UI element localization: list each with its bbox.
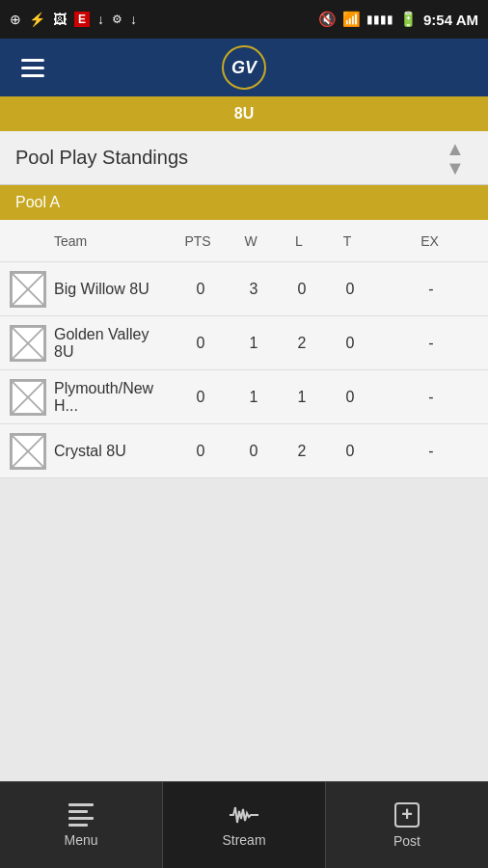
hamburger-menu-button[interactable]	[15, 53, 50, 83]
nav-post-label: Post	[393, 833, 420, 849]
team-w: 1	[230, 389, 278, 406]
team-t: 0	[326, 281, 374, 298]
team-t: 0	[326, 389, 374, 406]
standings-table: Team PTS W L T EX Big Willow 8U 0 3 0 0 …	[0, 220, 488, 478]
age-banner: 8U	[0, 96, 488, 131]
team-rows-container: Big Willow 8U 0 3 0 0 - Golden Valley 8U…	[0, 262, 488, 478]
team-logo-icon	[10, 325, 46, 362]
usb-icon: ⚡	[29, 12, 45, 27]
hamburger-line-1	[21, 59, 44, 62]
nav-post[interactable]: + Post	[326, 782, 488, 868]
team-name: Big Willow 8U	[46, 281, 172, 298]
team-w: 0	[230, 443, 278, 460]
table-row[interactable]: Crystal 8U 0 0 2 0 -	[0, 424, 488, 478]
table-row[interactable]: Plymouth/New H... 0 1 1 0 -	[0, 370, 488, 424]
app-header: GV	[0, 39, 488, 96]
page-title: Pool Play Standings	[15, 147, 188, 169]
status-icons-left: ⊕ ⚡ 🖼 E ↓ ⚙ ↓	[10, 12, 137, 27]
bottom-nav: Menu Stream + Post	[0, 781, 488, 868]
chevron-up-icon: ▲	[446, 139, 465, 158]
team-name: Golden Valley 8U	[46, 326, 172, 361]
team-l: 2	[278, 335, 326, 352]
col-ex-header: EX	[371, 233, 488, 249]
team-pts: 0	[172, 389, 230, 406]
image-icon: 🖼	[53, 12, 67, 27]
col-l-header: L	[275, 233, 323, 249]
battery-icon: 🔋	[399, 11, 418, 28]
team-l: 1	[278, 389, 326, 406]
team-logo-icon	[10, 271, 46, 308]
team-w: 3	[230, 281, 278, 298]
nav-menu[interactable]: Menu	[0, 782, 163, 868]
table-row[interactable]: Golden Valley 8U 0 1 2 0 -	[0, 316, 488, 370]
team-name: Plymouth/New H...	[46, 380, 172, 415]
team-t: 0	[326, 443, 374, 460]
col-w-header: W	[227, 233, 275, 249]
menu-icon	[68, 803, 94, 827]
chevron-down-icon: ▼	[446, 158, 465, 177]
col-team-header: Team	[0, 233, 169, 249]
team-ex: -	[374, 443, 488, 460]
hamburger-line-2	[21, 67, 44, 69]
add-icon: ⊕	[10, 12, 21, 27]
team-logo-icon	[10, 379, 46, 416]
table-header-row: Team PTS W L T EX	[0, 220, 488, 262]
team-ex: -	[374, 335, 488, 352]
nav-stream-label: Stream	[222, 832, 265, 848]
team-name: Crystal 8U	[46, 443, 172, 460]
status-bar: ⊕ ⚡ 🖼 E ↓ ⚙ ↓ 🔇 📶 ▮▮▮▮ 🔋 9:54 AM	[0, 0, 488, 39]
team-pts: 0	[172, 281, 230, 298]
team-t: 0	[326, 335, 374, 352]
record-icon: E	[74, 12, 90, 27]
nav-menu-label: Menu	[64, 832, 97, 848]
team-l: 0	[278, 281, 326, 298]
team-pts: 0	[172, 443, 230, 460]
content-area	[0, 478, 488, 729]
download2-icon: ↓	[130, 12, 137, 27]
stream-waveform-icon	[230, 803, 258, 827]
status-icons-right: 🔇 📶 ▮▮▮▮ 🔋 9:54 AM	[318, 11, 478, 28]
signal-icon: ▮▮▮▮	[366, 13, 393, 26]
post-plus-icon: +	[394, 802, 420, 827]
hamburger-line-3	[21, 74, 44, 77]
team-l: 2	[278, 443, 326, 460]
download-icon: ↓	[97, 12, 104, 27]
team-logo-icon	[10, 433, 46, 470]
table-row[interactable]: Big Willow 8U 0 3 0 0 -	[0, 262, 488, 316]
mute-icon: 🔇	[318, 11, 337, 28]
app-logo: GV	[222, 45, 266, 90]
col-pts-header: PTS	[169, 233, 227, 249]
pool-header: Pool A	[0, 185, 488, 220]
wifi-icon: 📶	[342, 11, 361, 28]
settings-icon: ⚙	[112, 13, 122, 26]
title-row: Pool Play Standings ▲ ▼	[0, 131, 488, 185]
team-pts: 0	[172, 335, 230, 352]
team-w: 1	[230, 335, 278, 352]
col-t-header: T	[323, 233, 371, 249]
sort-button[interactable]: ▲ ▼	[438, 141, 473, 176]
nav-stream[interactable]: Stream	[163, 782, 326, 868]
status-time: 9:54 AM	[423, 12, 478, 28]
team-ex: -	[374, 389, 488, 406]
team-ex: -	[374, 281, 488, 298]
